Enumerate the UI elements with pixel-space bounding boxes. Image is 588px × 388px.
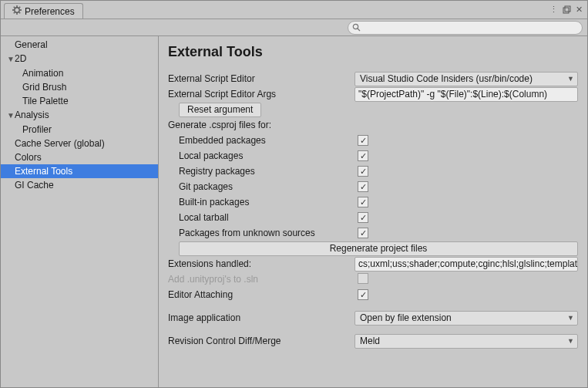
checkbox-built-in-packages[interactable] <box>358 197 368 207</box>
svg-line-12 <box>358 29 360 31</box>
svg-line-6 <box>19 12 20 13</box>
titlebar: Preferences ⋮ ✕ <box>1 1 587 19</box>
label-external-script-editor-args: External Script Editor Args <box>168 89 354 100</box>
window-controls: ⋮ ✕ <box>549 5 587 15</box>
sidebar: General ▼2D Animation Grid Brush Tile Pa… <box>1 36 159 387</box>
popout-icon[interactable] <box>563 5 571 14</box>
sidebar-item-tile-palette[interactable]: Tile Palette <box>1 94 158 108</box>
content: External Tools External Script Editor Vi… <box>159 36 587 387</box>
label-extensions-handled: Extensions handled: <box>168 258 354 269</box>
sidebar-item-external-tools[interactable]: External Tools <box>1 164 158 178</box>
svg-point-11 <box>353 24 358 29</box>
sidebar-item-colors[interactable]: Colors <box>1 150 158 164</box>
search-icon <box>352 23 361 33</box>
label-generate-csproj: Generate .csproj files for: <box>168 120 358 130</box>
checkbox-embedded-packages[interactable] <box>358 135 368 146</box>
chevron-down-icon: ▼ <box>567 314 574 322</box>
tab-label: Preferences <box>25 6 75 17</box>
checkbox-editor-attaching[interactable] <box>358 289 368 300</box>
chevron-down-icon: ▼ <box>567 337 574 345</box>
regenerate-project-files-button[interactable]: Regenerate project files <box>179 241 578 256</box>
main: General ▼2D Animation Grid Brush Tile Pa… <box>1 36 587 387</box>
prefs-tab[interactable]: Preferences <box>4 3 83 19</box>
label-editor-attaching: Editor Attaching <box>168 289 358 300</box>
label-external-script-editor: External Script Editor <box>168 73 354 84</box>
label-cb-git: Git packages <box>168 181 358 192</box>
sidebar-item-gi-cache[interactable]: GI Cache <box>1 178 158 192</box>
reset-argument-button[interactable]: Reset argument <box>179 103 261 117</box>
extensions-handled-field[interactable]: cs;uxml;uss;shader;compute;cginc;hlsl;gl… <box>354 257 578 272</box>
svg-point-0 <box>15 8 19 12</box>
label-cb-registry: Registry packages <box>168 166 358 177</box>
search-input[interactable] <box>348 21 583 35</box>
checkbox-local-tarball[interactable] <box>358 212 368 223</box>
searchbar-row <box>1 19 587 36</box>
svg-rect-10 <box>565 6 570 12</box>
label-cb-tarball: Local tarball <box>168 212 358 223</box>
svg-line-5 <box>14 7 15 8</box>
sidebar-item-animation[interactable]: Animation <box>1 66 158 80</box>
label-image-application: Image application <box>168 312 354 323</box>
checkbox-registry-packages[interactable] <box>358 166 368 177</box>
checkbox-add-sln <box>358 273 368 284</box>
checkbox-local-packages[interactable] <box>358 150 368 161</box>
sidebar-item-general[interactable]: General <box>1 38 158 52</box>
sidebar-item-cache-server[interactable]: Cache Server (global) <box>1 137 158 150</box>
menu-icon[interactable]: ⋮ <box>549 5 558 15</box>
page-title: External Tools <box>168 44 578 60</box>
external-script-editor-dropdown[interactable]: Visual Studio Code Insiders (usr/bin/cod… <box>354 72 578 86</box>
caret-down-icon: ▼ <box>7 110 15 122</box>
svg-line-7 <box>19 7 20 8</box>
sidebar-item-2d[interactable]: ▼2D <box>1 52 158 66</box>
checkbox-git-packages[interactable] <box>358 181 368 192</box>
label-add-sln: Add .unityproj's to .sln <box>168 274 358 285</box>
external-script-editor-args-field[interactable]: "$(ProjectPath)" -g "$(File)":$(Line):$(… <box>354 87 578 102</box>
label-cb-unknown: Packages from unknown sources <box>168 228 358 238</box>
gear-icon <box>12 5 22 17</box>
sidebar-item-profiler[interactable]: Profiler <box>1 123 158 137</box>
label-cb-local: Local packages <box>168 150 358 161</box>
label-revision-control: Revision Control Diff/Merge <box>168 336 354 346</box>
chevron-down-icon: ▼ <box>567 75 574 83</box>
label-cb-embedded: Embedded packages <box>168 135 358 146</box>
svg-line-8 <box>14 12 15 13</box>
caret-down-icon: ▼ <box>7 53 15 66</box>
checkbox-unknown-sources[interactable] <box>358 228 368 238</box>
image-application-dropdown[interactable]: Open by file extension▼ <box>354 311 578 326</box>
svg-rect-9 <box>563 8 569 13</box>
label-cb-builtin: Built-in packages <box>168 197 358 207</box>
sidebar-item-analysis[interactable]: ▼Analysis <box>1 108 158 123</box>
sidebar-item-grid-brush[interactable]: Grid Brush <box>1 80 158 94</box>
close-icon[interactable]: ✕ <box>576 5 583 15</box>
revision-control-dropdown[interactable]: Meld▼ <box>354 334 578 349</box>
